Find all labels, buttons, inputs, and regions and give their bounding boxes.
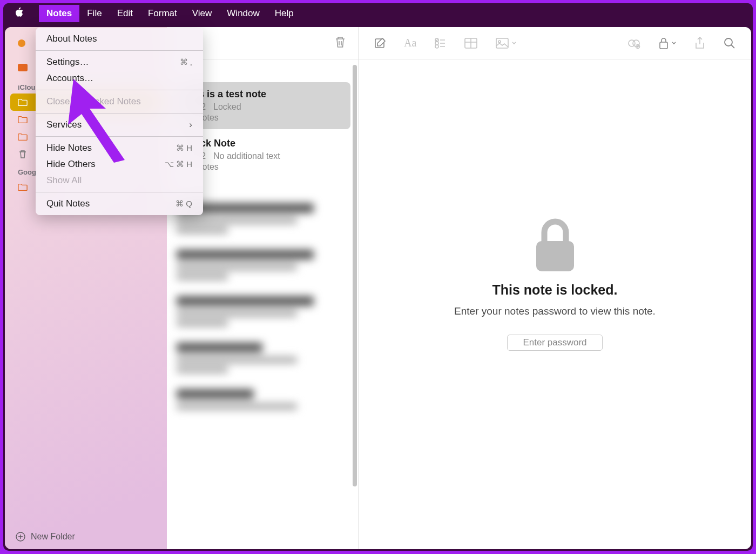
menu-show-all: Show All xyxy=(36,172,203,189)
note-subtitle: No additional text xyxy=(213,151,280,161)
plus-circle-icon xyxy=(16,532,25,542)
folder-icon xyxy=(18,182,28,192)
menu-view[interactable]: View xyxy=(185,5,220,22)
blurred-notes xyxy=(167,203,358,410)
locked-title: This note is locked. xyxy=(492,282,618,298)
menu-file[interactable]: File xyxy=(79,5,109,22)
chevron-right-icon: › xyxy=(189,119,192,130)
svg-rect-0 xyxy=(18,64,28,71)
apple-logo-icon[interactable] xyxy=(14,7,24,21)
note-title: This is a test note xyxy=(184,89,341,100)
note-content-pane: Aa xyxy=(359,27,751,549)
note-title: Quick Note xyxy=(184,138,341,149)
trash-icon xyxy=(18,149,28,159)
traffic-close-icon[interactable] xyxy=(18,39,25,47)
menu-edit[interactable]: Edit xyxy=(110,5,140,22)
menu-about-notes[interactable]: About Notes xyxy=(36,31,203,47)
folder-icon xyxy=(18,97,28,107)
menu-format[interactable]: Format xyxy=(140,5,185,22)
scrollbar[interactable] xyxy=(353,65,357,486)
menubar: Notes File Edit Format View Window Help xyxy=(3,3,753,24)
new-folder-button[interactable]: New Folder xyxy=(5,524,167,549)
svg-rect-18 xyxy=(536,241,574,271)
menu-notes[interactable]: Notes xyxy=(39,5,79,22)
locked-subtitle: Enter your notes password to view this n… xyxy=(454,305,656,317)
folder-icon xyxy=(18,132,28,142)
tag-icon xyxy=(18,63,28,72)
menu-window[interactable]: Window xyxy=(219,5,267,22)
note-status: Locked xyxy=(213,102,241,112)
menu-settings[interactable]: Settings…⌘ , xyxy=(36,54,203,70)
delete-icon[interactable] xyxy=(334,36,346,51)
folder-icon xyxy=(18,115,28,124)
new-folder-label: New Folder xyxy=(31,532,75,542)
menu-help[interactable]: Help xyxy=(267,5,301,22)
menu-quit-notes[interactable]: Quit Notes⌘ Q xyxy=(36,196,203,212)
locked-note-view: This note is locked. Enter your notes pa… xyxy=(359,38,751,528)
annotation-arrow-icon xyxy=(68,79,138,165)
enter-password-button[interactable]: Enter password xyxy=(507,335,602,351)
lock-large-icon xyxy=(531,215,579,275)
